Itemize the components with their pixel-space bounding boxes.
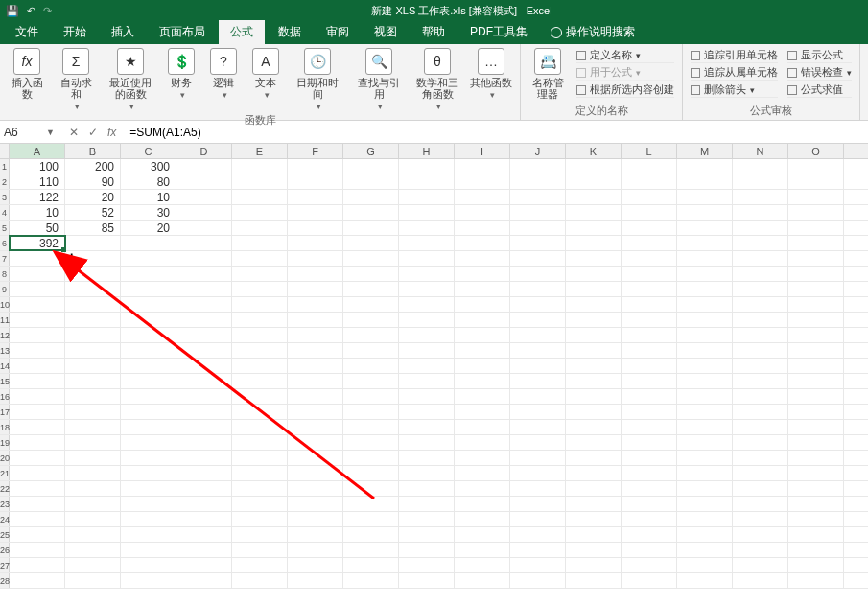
cell[interactable]	[455, 221, 510, 235]
cell[interactable]	[288, 221, 343, 235]
cell[interactable]	[566, 466, 622, 480]
cell[interactable]	[399, 451, 455, 465]
cell[interactable]	[176, 313, 232, 327]
col-header-L[interactable]: L	[622, 144, 677, 158]
cell[interactable]	[622, 267, 677, 281]
evaluate-formula-button[interactable]: 公式求值	[787, 82, 852, 98]
cell[interactable]	[788, 512, 844, 526]
name-box[interactable]: A6 ▼	[0, 121, 59, 143]
cell[interactable]	[622, 251, 677, 266]
other-functions-button[interactable]: … 其他函数	[470, 48, 512, 100]
row[interactable]: 25	[0, 527, 868, 543]
cell[interactable]	[288, 267, 343, 281]
cell[interactable]	[121, 481, 176, 496]
cell[interactable]	[288, 359, 343, 373]
cell[interactable]	[733, 359, 788, 373]
cell[interactable]	[677, 359, 733, 373]
cell[interactable]	[788, 359, 844, 373]
cell[interactable]	[176, 512, 232, 526]
row[interactable]: 8	[0, 267, 868, 282]
cell[interactable]	[176, 359, 232, 373]
cell[interactable]	[288, 374, 343, 388]
cell[interactable]	[510, 405, 566, 419]
cell[interactable]	[566, 481, 622, 496]
row[interactable]: 7	[0, 251, 868, 267]
cell[interactable]	[176, 420, 232, 434]
col-header-K[interactable]: K	[566, 144, 622, 158]
cell[interactable]	[288, 251, 343, 266]
cell[interactable]	[788, 405, 844, 419]
row[interactable]: 16	[0, 389, 868, 405]
row[interactable]: 27	[0, 558, 868, 573]
cell[interactable]	[566, 297, 622, 312]
cell[interactable]	[288, 435, 343, 450]
cell[interactable]	[622, 481, 677, 496]
logic-button[interactable]: ? 逻辑	[207, 48, 240, 100]
cell[interactable]	[566, 251, 622, 266]
cell[interactable]	[677, 282, 733, 296]
cell[interactable]	[176, 374, 232, 388]
cell[interactable]	[677, 251, 733, 266]
enter-icon[interactable]: ✓	[88, 126, 98, 139]
cell[interactable]	[677, 435, 733, 450]
formula-input[interactable]	[126, 126, 868, 139]
row-header[interactable]: 25	[0, 527, 10, 542]
cell[interactable]	[455, 205, 510, 220]
cell[interactable]	[343, 389, 399, 404]
cell[interactable]	[399, 374, 455, 388]
cell[interactable]: 80	[121, 174, 176, 189]
row[interactable]: 12	[0, 328, 868, 343]
cell[interactable]	[788, 481, 844, 496]
cell[interactable]	[121, 420, 176, 434]
cell[interactable]	[176, 451, 232, 465]
use-in-formula-button[interactable]: 用于公式 ▾	[576, 65, 674, 81]
cell[interactable]	[733, 573, 788, 588]
cell[interactable]	[677, 174, 733, 189]
select-all-corner[interactable]	[0, 144, 10, 159]
trace-dependents-button[interactable]: 追踪从属单元格	[691, 65, 778, 81]
cell[interactable]	[399, 205, 455, 220]
cell[interactable]	[121, 297, 176, 312]
cell[interactable]	[65, 374, 121, 388]
cell[interactable]	[343, 543, 399, 557]
cell[interactable]	[510, 527, 566, 542]
tab-help[interactable]: 帮助	[411, 20, 457, 44]
tab-insert[interactable]: 插入	[100, 20, 146, 44]
tab-pdf[interactable]: PDF工具集	[458, 20, 539, 44]
cell[interactable]	[566, 313, 622, 327]
cell[interactable]	[232, 343, 288, 358]
cell[interactable]	[343, 451, 399, 465]
cell[interactable]	[399, 159, 455, 174]
cell[interactable]	[10, 481, 65, 496]
cell[interactable]	[288, 543, 343, 557]
cell[interactable]	[65, 389, 121, 404]
cell[interactable]	[788, 190, 844, 204]
cell[interactable]	[176, 497, 232, 511]
cell[interactable]	[622, 374, 677, 388]
cell[interactable]	[399, 251, 455, 266]
cell[interactable]	[733, 543, 788, 557]
cell[interactable]	[121, 313, 176, 327]
cell[interactable]	[288, 420, 343, 434]
cell[interactable]	[121, 343, 176, 358]
cell[interactable]	[65, 359, 121, 373]
cell[interactable]	[343, 159, 399, 174]
cell[interactable]	[622, 174, 677, 189]
cell[interactable]	[455, 405, 510, 419]
cell[interactable]	[10, 343, 65, 358]
cell[interactable]	[733, 282, 788, 296]
row-header[interactable]: 11	[0, 313, 10, 327]
cell[interactable]	[121, 558, 176, 572]
cell[interactable]	[733, 512, 788, 526]
cell[interactable]	[566, 205, 622, 220]
cell[interactable]: 20	[121, 221, 176, 235]
cell[interactable]	[455, 573, 510, 588]
row-header[interactable]: 9	[0, 282, 10, 296]
cell[interactable]	[788, 205, 844, 220]
cell[interactable]: 20	[65, 190, 121, 204]
cell[interactable]: 300	[121, 159, 176, 174]
cell[interactable]	[566, 343, 622, 358]
cell[interactable]	[566, 359, 622, 373]
cell[interactable]	[10, 543, 65, 557]
cell[interactable]	[566, 267, 622, 281]
